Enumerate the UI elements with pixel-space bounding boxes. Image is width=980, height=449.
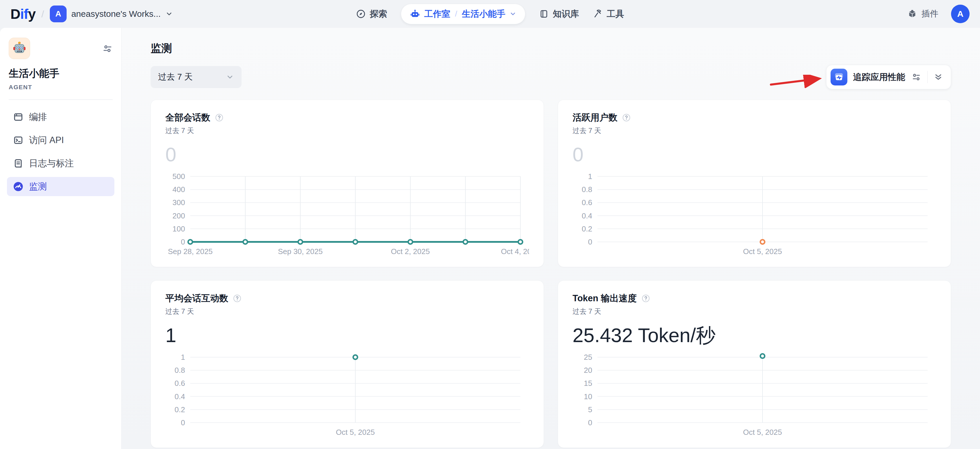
svg-text:0.4: 0.4 bbox=[175, 392, 185, 401]
sidebar-divider bbox=[9, 99, 113, 100]
app-type-badge: AGENT bbox=[7, 84, 115, 91]
chevron-down-icon[interactable] bbox=[509, 10, 516, 18]
tracking-config-icon[interactable] bbox=[911, 72, 921, 82]
toolbar: 过去 7 天 追踪应用性能 bbox=[151, 65, 951, 89]
svg-text:0.2: 0.2 bbox=[582, 224, 592, 233]
card-title: Token 输出速度 bbox=[573, 292, 637, 304]
svg-text:Oct 2, 2025: Oct 2, 2025 bbox=[391, 247, 430, 256]
sidebar-item-label: 日志与标注 bbox=[29, 157, 74, 169]
sidebar-item-label: 监测 bbox=[29, 180, 47, 193]
nav-tools[interactable]: 工具 bbox=[593, 8, 624, 20]
time-range-select[interactable]: 过去 7 天 bbox=[151, 66, 242, 88]
card-value: 0 bbox=[573, 145, 936, 164]
tracking-label: 追踪应用性能 bbox=[853, 71, 905, 83]
page-title: 监测 bbox=[151, 41, 951, 56]
help-icon[interactable] bbox=[215, 113, 224, 122]
user-avatar[interactable]: A bbox=[951, 5, 970, 23]
compass-icon bbox=[356, 9, 366, 19]
svg-text:25: 25 bbox=[584, 353, 592, 361]
help-icon[interactable] bbox=[233, 294, 242, 303]
sidebar-item-orchestrate[interactable]: 编排 bbox=[7, 107, 115, 127]
nav-label: 知识库 bbox=[553, 8, 579, 20]
svg-text:Oct 5, 2025: Oct 5, 2025 bbox=[743, 247, 782, 256]
nav-studio-active-pill[interactable]: 工作室 / 生活小能手 bbox=[401, 4, 525, 24]
card-period: 过去 7 天 bbox=[165, 126, 529, 135]
tracking-performance-button[interactable]: 追踪应用性能 bbox=[826, 65, 951, 89]
workspace-name: aneasystone's Works... bbox=[71, 9, 161, 19]
app-name: 生活小能手 bbox=[7, 67, 115, 80]
tracing-app-icon bbox=[830, 68, 847, 86]
main-content: 监测 过去 7 天 追踪应用性能 bbox=[122, 28, 980, 449]
svg-text:5: 5 bbox=[588, 405, 592, 414]
help-icon[interactable] bbox=[641, 294, 650, 303]
app-shell: 生活小能手 AGENT 编排 访问 API 日志与标注 bbox=[0, 28, 980, 449]
svg-text:0.4: 0.4 bbox=[582, 212, 592, 220]
help-icon[interactable] bbox=[622, 113, 631, 122]
svg-text:0: 0 bbox=[181, 418, 185, 427]
card-period: 过去 7 天 bbox=[573, 307, 936, 316]
nav-label: 探索 bbox=[370, 8, 387, 20]
app-sidebar: 生活小能手 AGENT 编排 访问 API 日志与标注 bbox=[0, 28, 122, 449]
robot-emoji-icon bbox=[12, 41, 27, 56]
card-value: 0 bbox=[165, 145, 529, 164]
plugins-button[interactable]: 插件 bbox=[907, 8, 938, 20]
svg-text:0: 0 bbox=[588, 418, 592, 427]
svg-text:20: 20 bbox=[584, 366, 592, 374]
workspace-switcher[interactable]: A aneasystone's Works... bbox=[50, 5, 173, 22]
scatter-chart: 10.80.60.40.20Oct 5, 2025 bbox=[165, 351, 529, 439]
sidebar-item-access-api[interactable]: 访问 API bbox=[7, 131, 115, 150]
svg-text:0.2: 0.2 bbox=[175, 405, 185, 414]
robot-icon bbox=[410, 9, 420, 19]
breadcrumb-separator: / bbox=[41, 8, 44, 20]
logo-letter: y bbox=[28, 6, 36, 22]
card-period: 过去 7 天 bbox=[165, 307, 529, 316]
svg-text:0.6: 0.6 bbox=[175, 379, 185, 388]
tab-current-app[interactable]: 生活小能手 bbox=[462, 8, 505, 20]
svg-text:Oct 4, 2025: Oct 4, 2025 bbox=[501, 247, 529, 256]
card-title: 活跃用户数 bbox=[573, 111, 617, 124]
metric-cards: 全部会话数 过去 7 天 0 5004003002001000Sep 28, 2… bbox=[151, 100, 951, 448]
card-value: 25.432 Token/秒 bbox=[573, 325, 936, 345]
card-title: 平均会话互动数 bbox=[165, 292, 228, 304]
svg-text:0: 0 bbox=[588, 237, 592, 246]
svg-text:0: 0 bbox=[181, 237, 185, 246]
card-value: 1 bbox=[165, 325, 529, 345]
sidebar-item-monitoring[interactable]: 监测 bbox=[7, 177, 115, 196]
svg-text:15: 15 bbox=[584, 379, 592, 388]
chevron-down-icon bbox=[226, 73, 234, 81]
card-title: 全部会话数 bbox=[165, 111, 210, 124]
line-chart: 5004003002001000Sep 28, 2025Sep 30, 2025… bbox=[165, 170, 529, 258]
svg-text:0.6: 0.6 bbox=[582, 198, 592, 207]
scatter-chart: 2520151050Oct 5, 2025 bbox=[573, 351, 936, 439]
sidebar-item-label: 编排 bbox=[29, 111, 47, 123]
dify-logo[interactable]: Dify bbox=[10, 6, 36, 22]
nav-explore[interactable]: 探索 bbox=[356, 8, 387, 20]
svg-text:0.8: 0.8 bbox=[582, 185, 592, 194]
header-right: 插件 A bbox=[907, 5, 970, 23]
tab-studio[interactable]: 工作室 bbox=[424, 8, 450, 20]
terminal-icon bbox=[13, 135, 24, 146]
sidebar-item-label: 访问 API bbox=[29, 134, 64, 146]
window-layout-icon bbox=[13, 111, 24, 123]
svg-text:Sep 30, 2025: Sep 30, 2025 bbox=[278, 247, 323, 256]
nav-pill-separator: / bbox=[455, 9, 457, 19]
cube-icon bbox=[907, 9, 918, 19]
logo-letter: D bbox=[10, 6, 20, 22]
double-chevron-down-icon[interactable] bbox=[933, 72, 943, 82]
svg-text:1: 1 bbox=[181, 353, 185, 361]
app-icon bbox=[9, 38, 30, 59]
workspace-avatar: A bbox=[50, 5, 67, 22]
app-settings-icon[interactable] bbox=[102, 43, 113, 54]
sidebar-item-logs[interactable]: 日志与标注 bbox=[7, 154, 115, 173]
book-icon bbox=[539, 9, 549, 19]
svg-text:500: 500 bbox=[173, 172, 185, 181]
dify-monitoring-page: Dify / A aneasystone's Works... 探索 工作室 / bbox=[0, 0, 980, 449]
chevron-down-icon bbox=[165, 10, 173, 18]
svg-text:0.8: 0.8 bbox=[175, 366, 185, 374]
card-token-speed: Token 输出速度 过去 7 天 25.432 Token/秒 2520151… bbox=[558, 280, 951, 448]
svg-text:100: 100 bbox=[173, 224, 185, 233]
red-annotation-arrow bbox=[769, 75, 824, 88]
plugins-label: 插件 bbox=[921, 8, 938, 20]
time-range-value: 过去 7 天 bbox=[158, 71, 192, 83]
nav-knowledge[interactable]: 知识库 bbox=[539, 8, 579, 20]
